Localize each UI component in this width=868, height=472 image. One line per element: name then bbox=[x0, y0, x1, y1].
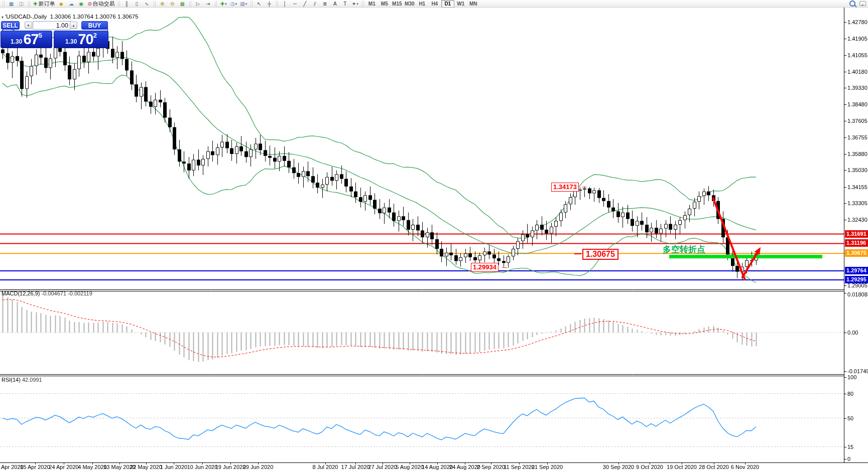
profile-window-icon[interactable]: ◫ bbox=[17, 0, 26, 7]
timeframe-M30[interactable]: M30 bbox=[404, 1, 416, 7]
macd-values: -0.004671 -0.002119 bbox=[41, 290, 92, 296]
market-watch-icon[interactable]: ◆ bbox=[56, 0, 66, 7]
cursor-icon[interactable]: ↖ bbox=[255, 0, 264, 7]
price-tick-label: 1.32430 bbox=[847, 217, 867, 223]
equidistant-channel-icon[interactable]: ⫽ bbox=[310, 0, 320, 7]
tile-windows-icon[interactable]: ▦ bbox=[178, 0, 187, 7]
time-axis-label: 4 May 2020 bbox=[78, 464, 106, 470]
current-price-label[interactable]: 1.30675 bbox=[582, 249, 618, 260]
price-tick-label: 1.38480 bbox=[847, 101, 867, 107]
timeframe-MN[interactable]: MN bbox=[467, 1, 479, 7]
toolbar-group-handle bbox=[28, 1, 30, 7]
signals-icon[interactable]: ☁ bbox=[66, 0, 76, 7]
rsi-tick-label: 50 bbox=[847, 415, 853, 421]
trade-panel-quotes: 1.30675 1.30702 bbox=[1, 31, 108, 49]
horizontal-line-icon[interactable]: ─ bbox=[290, 0, 300, 7]
arrows-tool-icon: ✦ bbox=[352, 1, 356, 7]
timeframe-W1[interactable]: W1 bbox=[455, 1, 467, 7]
indicators-button: ✚ bbox=[220, 1, 224, 7]
templates-button: ▨ bbox=[240, 1, 244, 7]
price-tick-label: 1.33305 bbox=[847, 200, 867, 206]
chart-shift-icon[interactable]: ⇥ bbox=[203, 0, 213, 7]
timeframe-M1[interactable]: M1 bbox=[366, 1, 378, 7]
text-label-icon: T bbox=[343, 1, 346, 7]
periods-button: ◷ bbox=[230, 1, 235, 7]
volume-decrease-button[interactable]: ▼ bbox=[25, 22, 32, 29]
toolbar-group-handle bbox=[3, 1, 5, 7]
new-chart-icon: ▦ bbox=[9, 1, 14, 7]
buy-quote-button[interactable]: 1.30702 bbox=[54, 31, 108, 48]
time-axis-label: 24 Apr 2020 bbox=[49, 464, 78, 470]
chart-area[interactable] bbox=[0, 0, 868, 472]
periods-button[interactable]: ◷▾ bbox=[229, 0, 238, 7]
low-price-label[interactable]: 1.29934 bbox=[471, 263, 499, 272]
toolbar-group-handle bbox=[189, 1, 191, 7]
candlestick-type-icon[interactable]: ▯ bbox=[132, 0, 142, 7]
rsi-indicator-label: RSI(14) 42.0991 bbox=[2, 377, 42, 383]
line-chart-type-icon[interactable]: ∿ bbox=[142, 0, 152, 7]
new-chart-icon[interactable]: ▦ bbox=[7, 0, 16, 7]
time-axis-label: 11 Sep 2020 bbox=[504, 464, 535, 470]
symbol-period-label: 'USDCAD-,Daily bbox=[5, 14, 47, 20]
toolbar-group-handle bbox=[362, 1, 364, 7]
sell-button[interactable]: SELL bbox=[1, 21, 20, 30]
price-tick-label: 1.36755 bbox=[847, 134, 867, 140]
price-tick-label: 1.37605 bbox=[847, 118, 867, 124]
chevron-down-icon[interactable]: ▾ bbox=[245, 1, 247, 7]
timeframe-H1[interactable]: H1 bbox=[416, 1, 428, 7]
price-badge: 1.29764 bbox=[845, 267, 868, 274]
indicators-button[interactable]: ✚▾ bbox=[219, 0, 228, 7]
auto-scroll-icon[interactable]: ▷ bbox=[193, 0, 203, 7]
time-axis-label: 2 Sep 2020 bbox=[477, 464, 505, 470]
price-tick-label: 1.42780 bbox=[847, 19, 867, 25]
price-badge: 1.29295 bbox=[845, 276, 868, 283]
fibonacci-icon[interactable]: ≣ bbox=[320, 0, 330, 7]
price-tick-label: 1.35030 bbox=[847, 167, 867, 173]
search-icon[interactable] bbox=[849, 1, 855, 7]
toolbar-right-icons bbox=[849, 1, 866, 7]
vertical-line-icon[interactable]: │ bbox=[280, 0, 290, 7]
timeframe-M5[interactable]: M5 bbox=[379, 1, 391, 7]
trendline-icon[interactable]: ╱ bbox=[300, 0, 310, 7]
zoom-out-icon[interactable]: ⊖ bbox=[168, 0, 177, 7]
cursor-icon: ↖ bbox=[257, 1, 261, 7]
sell-quote-button[interactable]: 1.30675 bbox=[1, 31, 52, 48]
new-order-button[interactable]: ✚新订单 bbox=[32, 0, 56, 7]
horizontal-line-icon: ─ bbox=[293, 1, 297, 7]
price-tick-label: 1.39330 bbox=[847, 85, 867, 91]
chart-list-icon: ▾ bbox=[2, 15, 4, 20]
candlestick-type-icon: ▯ bbox=[136, 1, 139, 7]
chat-icon[interactable] bbox=[859, 1, 866, 6]
autotrading-button: ⊘ bbox=[87, 1, 91, 7]
news-feed-icon[interactable]: ◉ bbox=[76, 0, 86, 7]
arrows-tool-icon[interactable]: ✦▾ bbox=[350, 0, 360, 7]
autotrading-button[interactable]: ⊘自动交易 bbox=[86, 0, 115, 7]
bar-chart-type-icon[interactable]: ║ bbox=[122, 0, 132, 7]
templates-button[interactable]: ▨▾ bbox=[239, 0, 249, 7]
chevron-down-icon[interactable]: ▾ bbox=[225, 1, 227, 7]
buy-button[interactable]: BUY bbox=[81, 21, 108, 30]
time-axis-label: 9 Oct 2020 bbox=[636, 464, 663, 470]
trendline-icon: ╱ bbox=[303, 1, 306, 7]
reversal-note-text[interactable]: 多空转折点 bbox=[663, 244, 705, 255]
trade-panel-controls: SELL ▼ ▲ BUY bbox=[1, 21, 108, 30]
rsi-value: 42.0991 bbox=[22, 377, 42, 383]
macd-tick-label: 0.018083 bbox=[847, 291, 868, 297]
text-label-icon[interactable]: T bbox=[340, 0, 350, 7]
zoom-out-icon: ⊖ bbox=[170, 1, 174, 7]
zoom-in-icon[interactable]: ⊕ bbox=[158, 0, 167, 7]
volume-input[interactable] bbox=[33, 21, 71, 30]
timeframe-H4[interactable]: H4 bbox=[429, 1, 441, 7]
chevron-down-icon[interactable]: ▾ bbox=[235, 1, 237, 7]
peak-price-label[interactable]: 1.34173 bbox=[551, 183, 579, 192]
time-axis-label: 5 Aug 2020 bbox=[396, 464, 424, 470]
chevron-down-icon[interactable]: ▾ bbox=[356, 1, 358, 7]
price-tick-label: 1.40180 bbox=[847, 69, 867, 75]
crosshair-icon[interactable]: ┼ bbox=[265, 0, 274, 7]
timeframe-D1[interactable]: D1 bbox=[441, 0, 454, 8]
price-badge: 1.31691 bbox=[845, 230, 868, 238]
text-icon[interactable]: A bbox=[330, 0, 340, 7]
time-axis-label: 30 Sep 2020 bbox=[603, 464, 634, 470]
timeframe-M15[interactable]: M15 bbox=[391, 1, 403, 7]
volume-increase-button[interactable]: ▲ bbox=[70, 22, 77, 29]
